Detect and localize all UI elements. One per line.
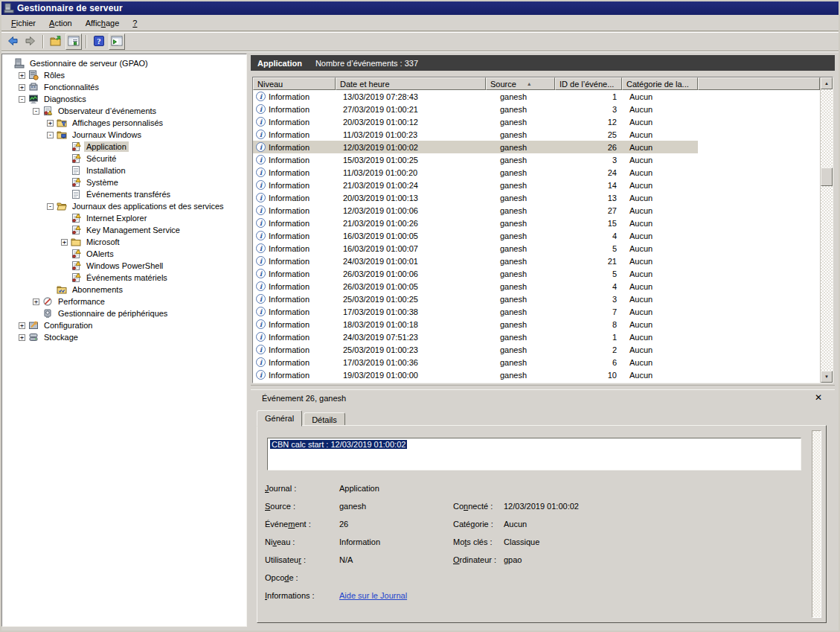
event-date-cell: 16/03/2019 01:00:07 bbox=[336, 242, 486, 255]
column-header-label: ID de l’événe... bbox=[560, 80, 614, 89]
menu-item-action[interactable]: Action bbox=[42, 17, 79, 29]
tree-item-gestionnaire-de-peripheriques[interactable]: Gestionnaire de périphériques bbox=[2, 307, 246, 319]
tree-item-stockage[interactable]: +Stockage bbox=[2, 331, 246, 343]
tree-item-key-management-service[interactable]: Key Management Service bbox=[2, 224, 246, 236]
event-message[interactable]: CBN calc start : 12/03/2019 01:00:02 bbox=[270, 440, 407, 449]
tree-item-fonctionnalites[interactable]: +Fonctionnalités bbox=[2, 81, 246, 93]
collapse-icon[interactable]: - bbox=[47, 203, 54, 210]
menu-item-affichage[interactable]: Affichage bbox=[79, 17, 126, 29]
tree-item-gestionnaire-de-serveur-gpao[interactable]: Gestionnaire de serveur (GPAO) bbox=[2, 57, 246, 69]
tree-item-performance[interactable]: +Performance bbox=[2, 296, 246, 307]
column-header-niveau[interactable]: Niveau bbox=[253, 77, 336, 90]
expand-icon[interactable]: + bbox=[61, 239, 68, 246]
event-row[interactable]: iInformation21/03/2019 01:00:24ganesh14A… bbox=[253, 179, 820, 191]
expand-icon[interactable]: + bbox=[47, 120, 54, 127]
column-header-source[interactable]: Source▲ bbox=[486, 77, 555, 90]
event-source-cell: ganesh bbox=[486, 229, 555, 242]
tree-item-evenements-transferes[interactable]: Événements transférés bbox=[2, 188, 246, 200]
event-row[interactable]: iInformation17/03/2019 01:00:36ganesh6Au… bbox=[253, 356, 820, 368]
event-row[interactable]: iInformation12/03/2019 01:00:06ganesh27A… bbox=[253, 204, 820, 217]
event-row[interactable]: iInformation24/03/2019 07:51:23ganesh1Au… bbox=[253, 331, 820, 343]
event-id-cell: 15 bbox=[555, 217, 622, 229]
expand-icon[interactable]: + bbox=[19, 334, 25, 341]
tree-item-diagnostics[interactable]: -Diagnostics bbox=[2, 93, 246, 105]
tree-item-configuration[interactable]: +Configuration bbox=[2, 319, 246, 331]
event-row[interactable]: iInformation16/03/2019 01:00:07ganesh5Au… bbox=[253, 242, 820, 255]
tree-item-evenements-materiels[interactable]: Événements matériels bbox=[2, 272, 246, 284]
event-level-cell: iInformation bbox=[253, 103, 336, 115]
information-icon: i bbox=[256, 205, 266, 215]
event-row[interactable]: iInformation19/03/2019 01:00:00ganesh10A… bbox=[253, 368, 820, 381]
event-row[interactable]: iInformation18/03/2019 01:00:18ganesh8Au… bbox=[253, 318, 820, 331]
title-bar: Gestionnaire de serveur bbox=[1, 1, 839, 15]
close-icon[interactable]: ✕ bbox=[812, 392, 824, 403]
event-row[interactable]: iInformation17/03/2019 01:00:38ganesh7Au… bbox=[253, 305, 820, 318]
tree-item-windows-powershell[interactable]: Windows PowerShell bbox=[2, 260, 246, 272]
tab-general[interactable]: Général bbox=[257, 410, 302, 427]
tree-item-journaux-des-applications-et-des-services[interactable]: -Journaux des applications et des servic… bbox=[2, 200, 246, 212]
event-row[interactable]: iInformation25/03/2019 01:00:23ganesh2Au… bbox=[253, 343, 820, 356]
tree-item-microsoft[interactable]: +Microsoft bbox=[2, 236, 246, 248]
event-row[interactable]: iInformation26/03/2019 01:00:05ganesh4Au… bbox=[253, 280, 820, 293]
column-header-date-et-heure[interactable]: Date et heure bbox=[336, 77, 486, 90]
expand-icon[interactable]: + bbox=[19, 72, 25, 79]
tree-item-oalerts[interactable]: OAlerts bbox=[2, 248, 246, 260]
log-help-link[interactable]: Aide sur le Journal bbox=[339, 591, 407, 600]
tree-item-journaux-windows[interactable]: -Journaux Windows bbox=[2, 129, 246, 141]
event-message-box[interactable]: CBN calc start : 12/03/2019 01:00:02 bbox=[267, 438, 801, 470]
tree-item-securite[interactable]: Sécurité bbox=[2, 153, 246, 165]
event-row[interactable]: iInformation20/03/2019 01:00:12ganesh12A… bbox=[253, 115, 820, 128]
event-row[interactable]: iInformation15/03/2019 01:00:25ganesh3Au… bbox=[253, 153, 820, 166]
collapse-icon[interactable]: - bbox=[33, 108, 39, 115]
event-row[interactable]: iInformation13/03/2019 07:28:43ganesh1Au… bbox=[253, 90, 820, 103]
tree-item-application[interactable]: Application bbox=[2, 141, 246, 153]
tree-item-observateur-d-evenements[interactable]: -Observateur d’événements bbox=[2, 105, 246, 117]
tree-item-label: Configuration bbox=[42, 320, 94, 331]
event-id-cell: 13 bbox=[555, 191, 622, 204]
tree-item-systeme[interactable]: Système bbox=[2, 176, 246, 188]
column-header-id-de-l-evene[interactable]: ID de l’événe... bbox=[555, 77, 622, 90]
expand-icon[interactable]: + bbox=[19, 84, 25, 91]
scroll-up-button[interactable]: ▲ bbox=[821, 77, 833, 89]
tree-item-internet-explorer[interactable]: Internet Explorer bbox=[2, 212, 246, 224]
event-category-cell: Aucun bbox=[622, 356, 698, 368]
event-row-filler bbox=[698, 356, 820, 368]
event-row[interactable]: iInformation27/03/2019 01:00:21ganesh3Au… bbox=[253, 103, 820, 115]
event-id-cell: 4 bbox=[555, 229, 622, 242]
tree-item-affichages-personnalises[interactable]: +Affichages personnalisés bbox=[2, 117, 246, 129]
tree-item-abonnements[interactable]: Abonnements bbox=[2, 284, 246, 296]
back-button[interactable] bbox=[4, 33, 21, 50]
action-pane-button[interactable] bbox=[109, 33, 125, 50]
collapse-icon[interactable]: - bbox=[19, 96, 25, 103]
event-category-cell: Aucun bbox=[622, 115, 698, 128]
collapse-icon[interactable]: - bbox=[47, 132, 54, 138]
details-scrollbar[interactable] bbox=[812, 430, 821, 618]
event-row[interactable]: iInformation25/03/2019 01:00:25ganesh3Au… bbox=[253, 293, 820, 305]
event-row[interactable]: iInformation20/03/2019 01:00:13ganesh13A… bbox=[253, 191, 820, 204]
scroll-down-button[interactable]: ▼ bbox=[821, 371, 833, 383]
event-row[interactable]: iInformation11/03/2019 01:00:23ganesh25A… bbox=[253, 128, 820, 141]
event-level-cell: iInformation bbox=[253, 204, 336, 217]
event-id-cell: 21 bbox=[555, 255, 622, 267]
event-row[interactable]: iInformation12/03/2019 01:00:02ganesh26A… bbox=[253, 141, 820, 153]
menu-item-help[interactable]: ? bbox=[126, 17, 144, 29]
tree-item-installation[interactable]: Installation bbox=[2, 165, 246, 176]
forward-button[interactable] bbox=[22, 33, 39, 50]
show-console-tree-button[interactable] bbox=[48, 33, 64, 50]
vertical-scrollbar[interactable]: ▲ ▼ bbox=[820, 77, 833, 383]
tree-item-roles[interactable]: +Rôles bbox=[2, 69, 246, 81]
event-row[interactable]: iInformation16/03/2019 01:00:05ganesh4Au… bbox=[253, 229, 820, 242]
column-header-categorie-de-la[interactable]: Catégorie de la... bbox=[622, 77, 698, 90]
event-row[interactable]: iInformation21/03/2019 01:00:26ganesh15A… bbox=[253, 217, 820, 229]
field-label-niveau: Niveau : bbox=[265, 537, 295, 546]
menu-item-fichier[interactable]: Fichier bbox=[4, 17, 42, 29]
help-button[interactable]: ? bbox=[91, 33, 107, 50]
expand-icon[interactable]: + bbox=[19, 322, 25, 329]
scroll-thumb[interactable] bbox=[821, 167, 833, 186]
field-value: ganesh bbox=[339, 502, 366, 511]
console-window-button[interactable] bbox=[65, 33, 82, 50]
event-row[interactable]: iInformation11/03/2019 01:00:20ganesh24A… bbox=[253, 166, 820, 179]
event-row[interactable]: iInformation24/03/2019 01:00:01ganesh21A… bbox=[253, 255, 820, 267]
event-row[interactable]: iInformation26/03/2019 01:00:06ganesh5Au… bbox=[253, 267, 820, 280]
expand-icon[interactable]: + bbox=[33, 299, 39, 305]
